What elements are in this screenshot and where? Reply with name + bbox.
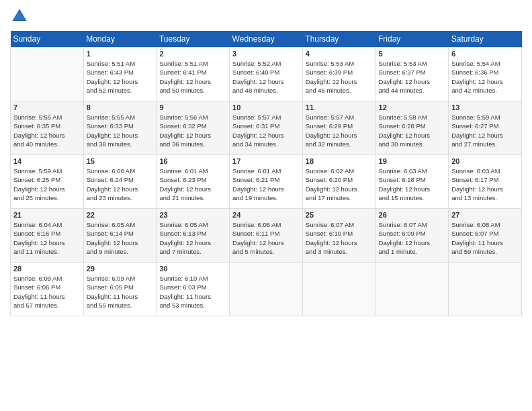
day-number: 9: [159, 103, 226, 111]
day-info: Sunrise: 5:56 AM Sunset: 6:32 PM Dayligh…: [159, 113, 226, 148]
day-number: 28: [13, 265, 81, 273]
calendar-cell: 28Sunrise: 6:09 AM Sunset: 6:06 PM Dayli…: [11, 263, 84, 316]
day-number: 8: [87, 103, 154, 111]
day-info: Sunrise: 6:00 AM Sunset: 6:24 PM Dayligh…: [87, 167, 154, 202]
day-info: Sunrise: 6:05 AM Sunset: 6:13 PM Dayligh…: [159, 220, 226, 256]
day-info: Sunrise: 5:58 AM Sunset: 6:28 PM Dayligh…: [379, 113, 446, 148]
day-number: 23: [159, 211, 226, 219]
calendar-cell: 14Sunrise: 5:59 AM Sunset: 6:25 PM Dayli…: [11, 155, 84, 209]
day-info: Sunrise: 5:53 AM Sunset: 6:39 PM Dayligh…: [306, 59, 373, 95]
col-saturday: Saturday: [449, 31, 522, 48]
calendar-cell: 27Sunrise: 6:08 AM Sunset: 6:07 PM Dayli…: [449, 209, 522, 263]
calendar-cell: 3Sunrise: 5:52 AM Sunset: 6:40 PM Daylig…: [230, 48, 303, 101]
calendar-cell: 18Sunrise: 6:02 AM Sunset: 6:20 PM Dayli…: [302, 155, 375, 209]
calendar-cell: 4Sunrise: 5:53 AM Sunset: 6:39 PM Daylig…: [302, 48, 375, 101]
day-info: Sunrise: 6:05 AM Sunset: 6:14 PM Dayligh…: [87, 220, 154, 256]
day-number: 21: [13, 211, 81, 219]
day-number: 1: [87, 50, 154, 58]
day-info: Sunrise: 5:59 AM Sunset: 6:25 PM Dayligh…: [13, 167, 81, 202]
day-number: 13: [451, 103, 519, 111]
day-info: Sunrise: 5:51 AM Sunset: 6:41 PM Dayligh…: [159, 59, 226, 95]
calendar-cell: [230, 263, 303, 316]
day-info: Sunrise: 6:04 AM Sunset: 6:16 PM Dayligh…: [13, 220, 81, 256]
day-info: Sunrise: 5:59 AM Sunset: 6:27 PM Dayligh…: [451, 113, 519, 148]
calendar-cell: 9Sunrise: 5:56 AM Sunset: 6:32 PM Daylig…: [157, 101, 230, 155]
col-wednesday: Wednesday: [230, 31, 303, 48]
logo: [10, 7, 32, 26]
calendar-cell: [11, 48, 84, 101]
calendar-cell: 26Sunrise: 6:07 AM Sunset: 6:09 PM Dayli…: [375, 209, 449, 263]
day-number: 10: [232, 103, 300, 111]
day-number: 5: [379, 50, 446, 58]
calendar-cell: 23Sunrise: 6:05 AM Sunset: 6:13 PM Dayli…: [157, 209, 230, 263]
day-number: 2: [159, 50, 226, 58]
day-info: Sunrise: 6:03 AM Sunset: 6:17 PM Dayligh…: [451, 167, 519, 202]
calendar-cell: 6Sunrise: 5:54 AM Sunset: 6:36 PM Daylig…: [449, 48, 522, 101]
day-number: 26: [379, 211, 446, 219]
calendar-cell: 21Sunrise: 6:04 AM Sunset: 6:16 PM Dayli…: [11, 209, 84, 263]
day-number: 25: [306, 211, 373, 219]
day-info: Sunrise: 5:57 AM Sunset: 6:29 PM Dayligh…: [306, 113, 373, 148]
day-info: Sunrise: 5:53 AM Sunset: 6:37 PM Dayligh…: [379, 59, 446, 95]
col-sunday: Sunday: [11, 31, 84, 48]
calendar-cell: 30Sunrise: 6:10 AM Sunset: 6:03 PM Dayli…: [157, 263, 230, 316]
day-info: Sunrise: 5:55 AM Sunset: 6:33 PM Dayligh…: [87, 113, 154, 148]
day-info: Sunrise: 6:10 AM Sunset: 6:03 PM Dayligh…: [159, 274, 226, 310]
day-info: Sunrise: 6:07 AM Sunset: 6:09 PM Dayligh…: [379, 220, 446, 256]
day-number: 6: [451, 50, 519, 58]
day-info: Sunrise: 5:51 AM Sunset: 6:43 PM Dayligh…: [87, 59, 154, 95]
day-number: 27: [451, 211, 519, 219]
calendar-cell: 22Sunrise: 6:05 AM Sunset: 6:14 PM Dayli…: [83, 209, 157, 263]
day-number: 7: [13, 103, 81, 111]
calendar-cell: 17Sunrise: 6:01 AM Sunset: 6:21 PM Dayli…: [230, 155, 303, 209]
calendar-week-3: 14Sunrise: 5:59 AM Sunset: 6:25 PM Dayli…: [11, 155, 522, 209]
day-number: 15: [87, 157, 154, 165]
day-info: Sunrise: 5:57 AM Sunset: 6:31 PM Dayligh…: [232, 113, 300, 148]
day-number: 18: [306, 157, 373, 165]
day-number: 29: [87, 265, 154, 273]
col-friday: Friday: [375, 31, 449, 48]
day-info: Sunrise: 6:01 AM Sunset: 6:23 PM Dayligh…: [159, 167, 226, 202]
day-info: Sunrise: 6:02 AM Sunset: 6:20 PM Dayligh…: [306, 167, 373, 202]
day-number: 20: [451, 157, 519, 165]
calendar-cell: 1Sunrise: 5:51 AM Sunset: 6:43 PM Daylig…: [83, 48, 157, 101]
day-info: Sunrise: 5:54 AM Sunset: 6:36 PM Dayligh…: [451, 59, 519, 95]
calendar-cell: [375, 263, 449, 316]
day-number: 3: [232, 50, 300, 58]
day-info: Sunrise: 5:55 AM Sunset: 6:35 PM Dayligh…: [13, 113, 81, 148]
calendar-week-5: 28Sunrise: 6:09 AM Sunset: 6:06 PM Dayli…: [11, 263, 522, 316]
calendar-cell: [302, 263, 375, 316]
calendar-cell: 19Sunrise: 6:03 AM Sunset: 6:18 PM Dayli…: [375, 155, 449, 209]
logo-icon: [10, 7, 29, 26]
day-info: Sunrise: 5:52 AM Sunset: 6:40 PM Dayligh…: [232, 59, 300, 95]
day-info: Sunrise: 6:07 AM Sunset: 6:10 PM Dayligh…: [306, 220, 373, 256]
day-number: 24: [232, 211, 300, 219]
calendar-week-2: 7Sunrise: 5:55 AM Sunset: 6:35 PM Daylig…: [11, 101, 522, 155]
calendar-cell: 11Sunrise: 5:57 AM Sunset: 6:29 PM Dayli…: [302, 101, 375, 155]
calendar-cell: 7Sunrise: 5:55 AM Sunset: 6:35 PM Daylig…: [11, 101, 84, 155]
calendar-cell: 8Sunrise: 5:55 AM Sunset: 6:33 PM Daylig…: [83, 101, 157, 155]
calendar-cell: 20Sunrise: 6:03 AM Sunset: 6:17 PM Dayli…: [449, 155, 522, 209]
day-number: 19: [379, 157, 446, 165]
calendar-cell: 25Sunrise: 6:07 AM Sunset: 6:10 PM Dayli…: [302, 209, 375, 263]
day-number: 30: [159, 265, 226, 273]
day-info: Sunrise: 6:09 AM Sunset: 6:06 PM Dayligh…: [13, 274, 81, 310]
day-number: 14: [13, 157, 81, 165]
calendar-cell: 29Sunrise: 6:09 AM Sunset: 6:05 PM Dayli…: [83, 263, 157, 316]
day-number: 4: [306, 50, 373, 58]
day-info: Sunrise: 6:08 AM Sunset: 6:07 PM Dayligh…: [451, 220, 519, 256]
day-number: 12: [379, 103, 446, 111]
calendar-week-4: 21Sunrise: 6:04 AM Sunset: 6:16 PM Dayli…: [11, 209, 522, 263]
calendar-cell: 15Sunrise: 6:00 AM Sunset: 6:24 PM Dayli…: [83, 155, 157, 209]
calendar-week-1: 1Sunrise: 5:51 AM Sunset: 6:43 PM Daylig…: [11, 48, 522, 101]
calendar-cell: 12Sunrise: 5:58 AM Sunset: 6:28 PM Dayli…: [375, 101, 449, 155]
calendar-table: Sunday Monday Tuesday Wednesday Thursday…: [10, 31, 522, 316]
calendar-cell: 10Sunrise: 5:57 AM Sunset: 6:31 PM Dayli…: [230, 101, 303, 155]
col-tuesday: Tuesday: [157, 31, 230, 48]
header: [10, 7, 522, 26]
day-info: Sunrise: 6:01 AM Sunset: 6:21 PM Dayligh…: [232, 167, 300, 202]
col-monday: Monday: [83, 31, 157, 48]
day-info: Sunrise: 6:09 AM Sunset: 6:05 PM Dayligh…: [87, 274, 154, 310]
calendar-container: Sunday Monday Tuesday Wednesday Thursday…: [0, 0, 532, 411]
day-number: 22: [87, 211, 154, 219]
